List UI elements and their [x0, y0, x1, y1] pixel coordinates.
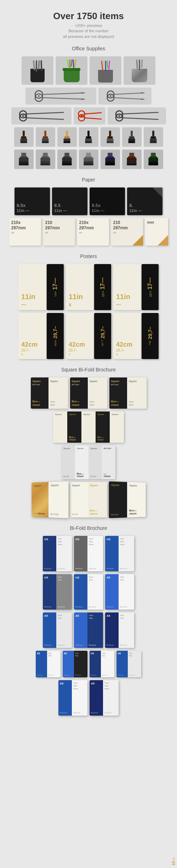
sq-bifold-row-4: Square — 'chure Square Bi-Fold Square Bi…	[31, 482, 147, 517]
svg-line-4	[41, 98, 85, 99]
white-paper-4: 210297mm A4	[111, 218, 143, 246]
svg-rect-86	[127, 163, 136, 165]
svg-rect-34	[43, 136, 48, 138]
holder-item-2	[56, 56, 87, 85]
holder-item-4	[124, 56, 155, 85]
sq-bifold-row-1: SquareBi-Fold Bro—chure Square YourText …	[31, 377, 147, 409]
scissors-large-2	[11, 107, 72, 124]
scissors-medium-1	[98, 88, 152, 105]
svg-rect-38	[64, 136, 70, 138]
square-bifold-title: Square Bi-Fold Brochure	[61, 367, 116, 373]
bifold-row-5: A5 Brochure YourTextHere Brochure A5 Bro…	[58, 680, 119, 716]
bifold-row-2: US Brochure YourText Brochure US Brochur…	[43, 574, 134, 610]
white-paper-2: 210297mm A4	[43, 218, 75, 246]
svg-rect-82	[129, 153, 134, 157]
svg-rect-42	[86, 136, 91, 138]
svg-rect-49	[131, 130, 133, 136]
sq-brochure-gold-3: Square Bi-Fold Square Bro—chure	[109, 481, 145, 518]
svg-rect-54	[151, 136, 156, 138]
bifold-a5-2: A5 Brochure YourText Brochure	[43, 612, 72, 648]
svg-rect-32	[20, 141, 27, 143]
svg-line-10	[113, 93, 144, 95]
dark-paper-3: 8.5x11in —	[90, 187, 125, 215]
svg-rect-30	[21, 136, 27, 138]
svg-rect-45	[109, 130, 111, 136]
svg-rect-67	[64, 153, 69, 157]
svg-line-11	[113, 98, 144, 100]
svg-rect-77	[108, 153, 113, 157]
bifold-us-1: US Brochure YourTextHere Brochure	[43, 536, 72, 571]
svg-rect-89	[148, 157, 158, 162]
white-paper-row: 210x297mm A4 210297mm A4 210x297mm A4 21…	[9, 218, 168, 246]
svg-rect-33	[44, 130, 46, 136]
scissors-large-1	[25, 88, 96, 105]
bifold-us-2: US Brochure YourTextHere Brochure	[74, 536, 103, 571]
posters-row-2: 42cm 29,7– x 42cm 29,7– 42cm 42cm 29,7– …	[18, 313, 159, 359]
ink-stamper-5	[101, 150, 120, 169]
sq-brochure-3: SquareBi-Fold Bro—chure Square YourText	[109, 377, 147, 409]
svg-rect-29	[23, 130, 25, 136]
holder-item-3	[90, 56, 121, 85]
svg-rect-66	[40, 163, 50, 165]
svg-rect-31	[20, 138, 27, 141]
poster-set-2: 11in x 17— ||||11	[66, 264, 111, 310]
svg-rect-79	[105, 157, 115, 162]
bifold-small-1: A5 Brochure YourText Brochure	[36, 651, 61, 677]
ink-stamper-1	[14, 150, 34, 169]
svg-rect-36	[42, 141, 48, 143]
svg-rect-74	[84, 157, 93, 162]
svg-point-9	[110, 95, 112, 97]
poster-set-3: 11in — 17— ||||11	[113, 264, 159, 310]
svg-rect-47	[107, 138, 113, 141]
bifold-small-3: US Brochure YourText Brochure	[90, 651, 114, 677]
bifold-us-4: US Brochure YourText Brochure	[43, 574, 72, 610]
stamp-handle-6	[122, 127, 142, 147]
svg-rect-52	[128, 141, 135, 143]
ink-stamper-3	[57, 150, 77, 169]
bifold-a5-final-2: A5 Brochure YourTextHere Brochure	[90, 680, 119, 716]
stamp-handle-1	[14, 127, 34, 147]
svg-rect-48	[107, 141, 113, 143]
dark-paper-2: 8.511in —	[52, 187, 87, 215]
svg-line-18	[25, 118, 63, 120]
poster-set-1: 11in — 17 17— 11in	[18, 264, 64, 310]
subtitle: +200+ previews Because of the number all…	[63, 23, 114, 39]
holders-row	[22, 56, 155, 85]
ink-stampers-row	[14, 150, 163, 169]
poster-set-5: 42cm 29,7– x 29,7– 42⁺⁶²	[66, 313, 111, 359]
bifold-a5-final-1: A5 Brochure YourTextHere Brochure	[58, 680, 87, 716]
paper-title: Paper	[82, 177, 95, 183]
posters-row-1: 11in — 17 17— 11in 11in x 17— ||||11 11i…	[18, 264, 159, 310]
svg-rect-51	[128, 138, 135, 141]
sq-brochure-2: SquareBi-Fold Bro—chure Square YourText	[70, 377, 107, 409]
svg-rect-81	[105, 163, 115, 165]
svg-rect-50	[129, 136, 135, 138]
svg-rect-72	[86, 153, 91, 157]
svg-line-3	[41, 93, 85, 94]
bifold-us-5: US Brochure YourText Brochure	[74, 574, 103, 610]
sq-bifold-row-3: Square Bi-Fold Square Bro—chure Square B…	[62, 446, 115, 479]
svg-rect-39	[63, 138, 70, 141]
stamp-handle-7	[144, 127, 163, 147]
bifold-row-1: US Brochure YourTextHere Brochure US Bro…	[43, 536, 134, 571]
ink-stamper-2	[36, 150, 55, 169]
svg-rect-46	[108, 136, 113, 138]
bifold-a5-4: A5 Brochure YourText Brochure	[105, 612, 134, 648]
svg-rect-53	[152, 130, 154, 136]
svg-rect-55	[150, 138, 156, 141]
bifold-row-4: A5 Brochure YourText Brochure A5 Brochur…	[36, 651, 141, 677]
white-paper-5: mm	[145, 218, 168, 246]
svg-rect-87	[151, 153, 156, 157]
posters-title: Posters	[80, 253, 97, 259]
svg-line-23	[84, 118, 101, 119]
stamp-handle-4	[79, 127, 98, 147]
svg-rect-41	[87, 130, 90, 136]
svg-point-21	[80, 115, 82, 117]
sq-bifold-row-2: Square — Square Bro—chure Square — Squar…	[53, 411, 124, 443]
svg-point-26	[118, 115, 120, 117]
sq-brochure-gold-2: Square Bi-Fold Square Bro—chure	[70, 482, 107, 517]
white-paper-3: 210x297mm A4	[77, 218, 109, 246]
sq-brochure-gold-1: Square — 'chure Square Bi-Fold	[32, 481, 68, 518]
dark-paper-4: 8.11in —	[127, 187, 162, 215]
page-container: Over 1750 items +200+ previews Because o…	[0, 0, 177, 735]
